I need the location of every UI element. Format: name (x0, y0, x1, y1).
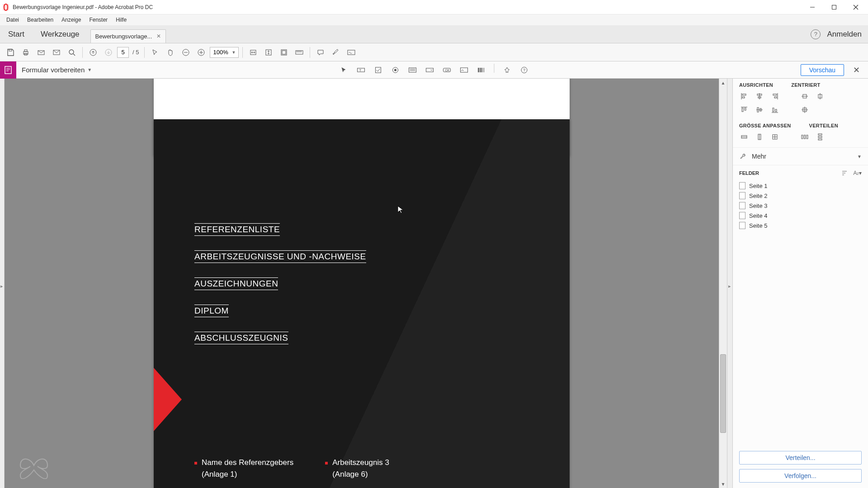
distribute-v-icon[interactable] (815, 132, 825, 142)
size-width-icon[interactable] (739, 132, 749, 142)
distribute-h-icon[interactable] (800, 132, 810, 142)
minimize-button[interactable] (802, 0, 823, 14)
right-rail[interactable]: ▸ (727, 79, 732, 488)
form-mode-dropdown[interactable]: Formular vorbereiten ▼ (22, 66, 92, 74)
verfolgen-button[interactable]: Verfolgen... (739, 469, 862, 483)
field-page-3[interactable]: Seite 3 (739, 201, 862, 211)
expand-left-icon[interactable]: ▸ (0, 283, 3, 289)
size-both-icon[interactable] (770, 132, 780, 142)
svg-rect-1 (832, 5, 836, 9)
align-right-icon[interactable] (770, 91, 780, 101)
az-sort-icon[interactable]: Az▾ (853, 170, 862, 176)
center-v-icon[interactable] (815, 91, 825, 101)
document-viewport[interactable]: 4 REFERENZENLISTE ARBEITSZEUGNISSE UND -… (5, 79, 719, 488)
hand-icon[interactable] (164, 46, 177, 59)
fit-width-icon[interactable] (246, 46, 260, 59)
help-icon[interactable]: ? (811, 29, 821, 39)
zoom-in-icon[interactable] (194, 46, 208, 59)
select-icon[interactable] (148, 46, 162, 59)
mail-icon[interactable] (50, 46, 63, 59)
page-number-input[interactable] (117, 47, 129, 58)
scroll-thumb[interactable] (720, 354, 726, 433)
dropdown-icon[interactable] (423, 64, 437, 76)
tab-start[interactable]: Start (0, 25, 33, 43)
align-middle-icon[interactable] (755, 105, 764, 115)
menu-hilfe[interactable]: Hilfe (112, 15, 130, 24)
svg-rect-81 (802, 135, 803, 139)
view-mode-icon[interactable] (277, 46, 291, 59)
listbox-icon[interactable] (406, 64, 420, 76)
reference-left: Name des Referenzgebers (Anlage 1) (194, 458, 293, 479)
vertical-scrollbar[interactable]: ▲ ▼ (719, 79, 727, 488)
ruler-icon[interactable] (292, 46, 306, 59)
search-icon[interactable] (65, 46, 79, 59)
scroll-up-icon[interactable]: ▲ (719, 79, 727, 87)
print-icon[interactable] (19, 46, 33, 59)
page-up-icon[interactable] (86, 46, 100, 59)
close-formbar-icon[interactable]: ✕ (849, 63, 863, 77)
scroll-track[interactable] (719, 87, 727, 480)
verteilen-button[interactable]: Verteilen... (739, 451, 862, 465)
zoom-out-icon[interactable] (179, 46, 193, 59)
close-button[interactable] (845, 0, 866, 14)
radio-icon[interactable] (388, 64, 403, 76)
fields-label: FELDER (739, 170, 759, 176)
menu-anzeige[interactable]: Anzeige (58, 15, 85, 24)
left-rail[interactable]: ▸ (0, 79, 5, 488)
button-icon[interactable]: OK (440, 64, 454, 76)
heading-2: ARBEITSZEUGNISSE UND -NACHWEISE (194, 250, 366, 263)
chevron-down-icon: ▼ (87, 67, 92, 72)
field-page-2[interactable]: Seite 2 (739, 191, 862, 201)
heading-5: ABSCHLUSSZEUGNIS (194, 332, 288, 344)
save-icon[interactable] (4, 46, 17, 59)
svg-point-37 (394, 69, 396, 71)
help-form-icon[interactable]: ? (517, 64, 532, 76)
menu-bearbeiten[interactable]: Bearbeiten (24, 15, 57, 24)
size-height-icon[interactable] (755, 132, 764, 142)
comment-icon[interactable] (314, 46, 327, 59)
align-bottom-icon[interactable] (770, 105, 780, 115)
highlight-icon[interactable] (329, 46, 343, 59)
wrench-icon (739, 152, 747, 160)
more-dropdown[interactable]: Mehr ▼ (733, 147, 868, 165)
svg-rect-74 (775, 109, 777, 112)
tab-document[interactable]: Bewerbungsvorlage... ✕ (90, 29, 166, 43)
checkbox-icon[interactable] (371, 64, 386, 76)
tab-werkzeuge[interactable]: Werkzeuge (33, 25, 88, 43)
field-page-5[interactable]: Seite 5 (739, 221, 862, 230)
fields-list: Seite 1 Seite 2 Seite 3 Seite 4 Seite 5 (733, 181, 868, 230)
maximize-button[interactable] (824, 0, 844, 14)
barcode-icon[interactable] (474, 64, 489, 76)
center-h-icon[interactable] (800, 91, 810, 101)
align-top-icon[interactable] (739, 105, 749, 115)
tab-close-icon[interactable]: ✕ (156, 33, 161, 39)
form-mode-icon[interactable] (0, 61, 16, 79)
menu-datei[interactable]: Datei (3, 15, 23, 24)
pin-icon[interactable] (500, 64, 514, 76)
signin-link[interactable]: Anmelden (827, 30, 862, 39)
align-center-v-icon[interactable] (755, 91, 764, 101)
signature-icon[interactable] (457, 64, 472, 76)
send-icon[interactable] (34, 46, 48, 59)
svg-rect-55 (742, 97, 745, 98)
right-panel: AUSRICHTEN ZENTRIERT GRÖSSE ANPASSEN VER… (732, 79, 868, 488)
align-left-icon[interactable] (739, 91, 749, 101)
field-page-1[interactable]: Seite 1 (739, 181, 862, 191)
center-both-icon[interactable] (800, 105, 810, 115)
tabs-bar: Start Werkzeuge Bewerbungsvorlage... ✕ ?… (0, 25, 868, 43)
zoom-select[interactable]: 100%▼ (210, 47, 239, 58)
svg-point-10 (69, 50, 74, 54)
preview-button[interactable]: Vorschau (801, 64, 844, 76)
scroll-down-icon[interactable]: ▼ (719, 480, 727, 488)
sign-icon[interactable] (344, 46, 358, 59)
form-select-icon[interactable] (337, 64, 351, 76)
fit-page-icon[interactable] (262, 46, 275, 59)
svg-rect-83 (807, 135, 808, 139)
page-down-icon[interactable] (102, 46, 115, 59)
menu-fenster[interactable]: Fenster (85, 15, 111, 24)
section-groesse: GRÖSSE ANPASSEN (739, 123, 791, 128)
field-page-4[interactable]: Seite 4 (739, 211, 862, 221)
textfield-icon[interactable]: T (354, 64, 368, 76)
sort-icon[interactable] (841, 170, 849, 176)
expand-right-icon[interactable]: ▸ (728, 283, 731, 289)
